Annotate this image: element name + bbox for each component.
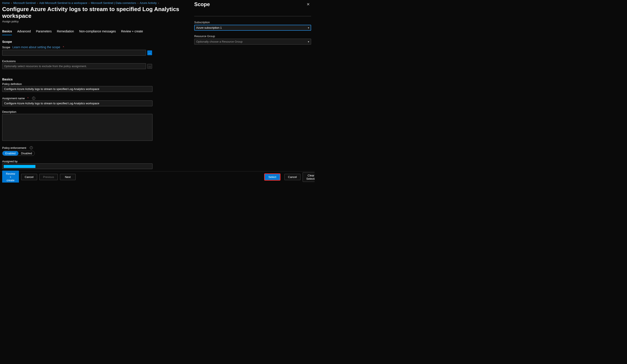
- assigned-by-label: Assigned by: [2, 160, 185, 163]
- breadcrumb-home[interactable]: Home: [2, 1, 10, 4]
- toggle-disabled[interactable]: Disabled: [18, 151, 35, 156]
- tab-noncompliance[interactable]: Non-compliance messages: [79, 30, 116, 35]
- breadcrumb-add-workspace[interactable]: Add Microsoft Sentinel to a workspace: [39, 1, 87, 4]
- policy-enforcement-toggle[interactable]: Enabled Disabled: [2, 151, 35, 156]
- divider: [194, 16, 311, 16]
- resource-group-label: Resource Group: [194, 35, 311, 38]
- previous-button: Previous: [39, 174, 58, 180]
- exclusions-input[interactable]: [2, 63, 146, 69]
- basics-heading: Basics: [2, 77, 185, 81]
- info-icon[interactable]: i: [32, 97, 35, 100]
- required-indicator: *: [27, 97, 28, 100]
- page-title: Configure Azure Activity logs to stream …: [2, 6, 185, 19]
- breadcrumb-azure-activity[interactable]: Azure Activity: [140, 1, 157, 4]
- exclusions-label: Exclusions: [2, 59, 185, 63]
- tab-basics[interactable]: Basics: [2, 30, 12, 35]
- assignment-name-input[interactable]: [2, 101, 153, 106]
- tab-review-create[interactable]: Review + create: [121, 30, 143, 35]
- scope-input[interactable]: [2, 50, 146, 56]
- chevron-right-icon: ›: [138, 1, 138, 4]
- close-button[interactable]: ✕: [305, 2, 311, 7]
- cancel-button[interactable]: Cancel: [21, 174, 37, 180]
- policy-definition-value[interactable]: Configure Azure Activity logs to stream …: [2, 86, 153, 92]
- scope-heading: Scope: [2, 40, 185, 44]
- subscription-select[interactable]: Azure subscription 1 ▾: [194, 25, 311, 31]
- breadcrumb-data-connectors[interactable]: Microsoft Sentinel | Data connectors: [91, 1, 136, 4]
- review-create-button[interactable]: Review + create: [2, 171, 19, 183]
- scope-label: Scope: [2, 46, 10, 49]
- tab-parameters[interactable]: Parameters: [36, 30, 52, 35]
- policy-definition-label: Policy definition: [2, 82, 185, 86]
- chevron-down-icon: ▾: [308, 26, 309, 29]
- subscription-label: Subscription: [194, 21, 311, 24]
- ellipsis-icon: …: [148, 65, 151, 68]
- description-textarea[interactable]: [2, 114, 153, 141]
- required-indicator: *: [63, 46, 64, 49]
- resource-group-select[interactable]: Optionally choose a Resource Group ▾: [194, 39, 311, 45]
- info-icon[interactable]: i: [30, 146, 33, 149]
- footer-bar: Review + create Cancel Previous Next Sel…: [0, 171, 314, 183]
- subscription-value: Azure subscription 1: [196, 26, 222, 29]
- tab-advanced[interactable]: Advanced: [17, 30, 31, 35]
- select-button[interactable]: Select: [265, 174, 280, 180]
- chevron-right-icon: ›: [37, 1, 38, 4]
- assignment-name-label: Assignment name: [2, 97, 25, 100]
- side-panel-title: Scope: [194, 1, 210, 7]
- chevron-right-icon: ›: [11, 1, 12, 4]
- next-button[interactable]: Next: [60, 174, 76, 180]
- chevron-right-icon: ›: [158, 1, 159, 4]
- clear-all-button[interactable]: Clear All Selections: [303, 172, 314, 182]
- close-icon: ✕: [307, 2, 310, 6]
- scope-picker-button[interactable]: …: [147, 51, 152, 55]
- breadcrumb-sentinel[interactable]: Microsoft Sentinel: [13, 1, 36, 4]
- scope-side-panel: Scope ✕ Subscription Azure subscription …: [191, 0, 314, 183]
- assigned-by-value: [2, 163, 153, 169]
- policy-enforcement-label: Policy enforcement: [2, 146, 26, 150]
- chevron-right-icon: ›: [89, 1, 90, 4]
- page-subtitle: Assign policy: [2, 20, 185, 23]
- exclusions-picker-button[interactable]: …: [147, 64, 152, 69]
- chevron-down-icon: ▾: [308, 40, 309, 43]
- description-label: Description: [2, 110, 185, 113]
- breadcrumb: Home › Microsoft Sentinel › Add Microsof…: [2, 1, 185, 4]
- ellipsis-icon: …: [148, 51, 151, 54]
- assigned-by-redacted: [4, 165, 35, 168]
- tab-remediation[interactable]: Remediation: [57, 30, 74, 35]
- resource-group-placeholder: Optionally choose a Resource Group: [196, 40, 242, 43]
- panel-cancel-button[interactable]: Cancel: [284, 174, 301, 180]
- toggle-enabled[interactable]: Enabled: [2, 151, 18, 156]
- tabs: Basics Advanced Parameters Remediation N…: [2, 30, 185, 35]
- scope-learn-more-link[interactable]: Learn more about setting the scope: [12, 46, 60, 49]
